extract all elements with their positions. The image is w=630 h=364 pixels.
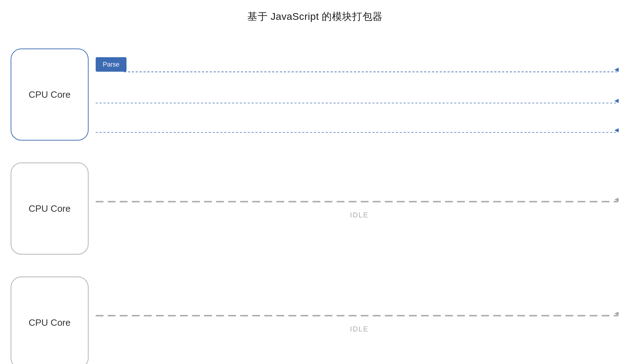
parse-button-label: Parse (96, 57, 126, 72)
svg-marker-4 (614, 68, 619, 72)
cpu-core-box-3: CPU Core (11, 277, 89, 364)
svg-marker-5 (614, 99, 619, 103)
core-row-1: CPU Core (7, 38, 623, 152)
cpu-core-box-1: CPU Core (11, 49, 89, 141)
timeline-area-1: Parse (96, 38, 623, 152)
diagram-container: CPU Core (0, 38, 630, 364)
idle-container-3: IDLE (96, 312, 623, 333)
timeline-area-2: IDLE (96, 152, 623, 266)
idle-label-3: IDLE (350, 325, 369, 333)
idle-container-2: IDLE (96, 198, 623, 219)
timeline-area-3: IDLE (96, 266, 623, 364)
cpu-core-label-1: CPU Core (29, 89, 71, 100)
timeline-svg-1 (96, 38, 623, 152)
idle-svg-3 (96, 312, 623, 319)
page-title: 基于 JavaScript 的模块打包器 (0, 0, 630, 38)
cpu-core-label-2: CPU Core (29, 203, 71, 214)
core-row-2: CPU Core IDLE (7, 152, 623, 266)
cpu-core-label-3: CPU Core (29, 317, 71, 328)
cpu-core-box-2: CPU Core (11, 163, 89, 255)
idle-svg-2 (96, 198, 623, 205)
svg-marker-6 (614, 128, 619, 132)
idle-label-2: IDLE (350, 211, 369, 219)
core-row-3: CPU Core IDLE (7, 266, 623, 364)
